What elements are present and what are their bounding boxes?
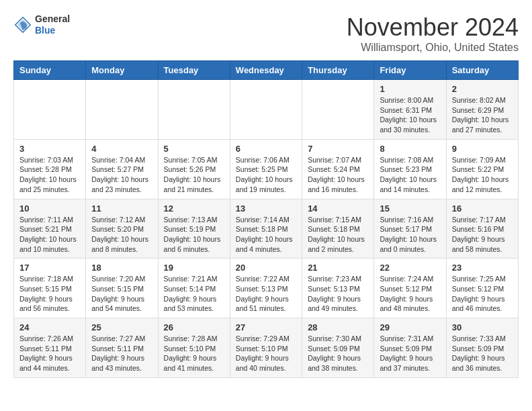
- calendar-cell: 27Sunrise: 7:29 AM Sunset: 5:10 PM Dayli…: [230, 318, 302, 378]
- day-number: 30: [452, 322, 513, 332]
- day-number: 14: [308, 203, 368, 214]
- day-info: Sunrise: 7:26 AM Sunset: 5:11 PM Dayligh…: [19, 334, 80, 373]
- calendar-cell: 18Sunrise: 7:20 AM Sunset: 5:15 PM Dayli…: [86, 259, 158, 318]
- calendar-cell: 26Sunrise: 7:28 AM Sunset: 5:10 PM Dayli…: [158, 318, 230, 378]
- day-info: Sunrise: 7:16 AM Sunset: 5:17 PM Dayligh…: [380, 215, 440, 255]
- calendar-cell: 13Sunrise: 7:14 AM Sunset: 5:18 PM Dayli…: [230, 199, 302, 259]
- calendar-cell: 20Sunrise: 7:22 AM Sunset: 5:13 PM Dayli…: [230, 259, 302, 318]
- day-number: 12: [164, 203, 224, 214]
- weekday-header: Monday: [86, 61, 158, 80]
- calendar-cell: 5Sunrise: 7:05 AM Sunset: 5:26 PM Daylig…: [158, 139, 230, 199]
- day-number: 9: [452, 144, 513, 154]
- day-number: 22: [380, 263, 440, 273]
- day-info: Sunrise: 7:09 AM Sunset: 5:22 PM Dayligh…: [452, 155, 513, 195]
- calendar-cell: 4Sunrise: 7:04 AM Sunset: 5:27 PM Daylig…: [86, 139, 158, 199]
- day-info: Sunrise: 7:11 AM Sunset: 5:21 PM Dayligh…: [19, 215, 80, 255]
- calendar-cell: 9Sunrise: 7:09 AM Sunset: 5:22 PM Daylig…: [446, 139, 518, 199]
- day-info: Sunrise: 7:15 AM Sunset: 5:18 PM Dayligh…: [308, 215, 368, 255]
- calendar-week-row: 10Sunrise: 7:11 AM Sunset: 5:21 PM Dayli…: [14, 199, 519, 259]
- day-info: Sunrise: 7:05 AM Sunset: 5:26 PM Dayligh…: [164, 155, 224, 195]
- day-number: 8: [380, 144, 440, 154]
- calendar-week-row: 24Sunrise: 7:26 AM Sunset: 5:11 PM Dayli…: [14, 318, 519, 378]
- calendar-cell: 17Sunrise: 7:18 AM Sunset: 5:15 PM Dayli…: [14, 259, 86, 318]
- day-info: Sunrise: 7:18 AM Sunset: 5:15 PM Dayligh…: [19, 274, 80, 314]
- day-number: 25: [91, 322, 152, 332]
- day-info: Sunrise: 7:12 AM Sunset: 5:20 PM Dayligh…: [91, 215, 152, 255]
- calendar-cell: 23Sunrise: 7:25 AM Sunset: 5:12 PM Dayli…: [446, 259, 518, 318]
- day-info: Sunrise: 7:22 AM Sunset: 5:13 PM Dayligh…: [236, 274, 296, 314]
- day-info: Sunrise: 7:17 AM Sunset: 5:16 PM Dayligh…: [452, 215, 513, 255]
- calendar-week-row: 1Sunrise: 8:00 AM Sunset: 6:31 PM Daylig…: [14, 80, 519, 140]
- calendar-cell: 30Sunrise: 7:33 AM Sunset: 5:09 PM Dayli…: [446, 318, 518, 378]
- weekday-header: Wednesday: [230, 61, 302, 80]
- calendar-cell: [230, 80, 302, 140]
- weekday-header: Saturday: [446, 61, 518, 80]
- calendar-cell: 19Sunrise: 7:21 AM Sunset: 5:14 PM Dayli…: [158, 259, 230, 318]
- location-title: Williamsport, Ohio, United States: [347, 42, 519, 54]
- calendar-cell: 1Sunrise: 8:00 AM Sunset: 6:31 PM Daylig…: [374, 80, 446, 140]
- day-info: Sunrise: 7:04 AM Sunset: 5:27 PM Dayligh…: [91, 155, 152, 195]
- day-number: 10: [19, 203, 80, 214]
- calendar-cell: 29Sunrise: 7:31 AM Sunset: 5:09 PM Dayli…: [374, 318, 446, 378]
- day-number: 15: [380, 203, 440, 214]
- day-info: Sunrise: 7:14 AM Sunset: 5:18 PM Dayligh…: [236, 215, 296, 255]
- day-number: 29: [380, 322, 440, 332]
- day-info: Sunrise: 7:21 AM Sunset: 5:14 PM Dayligh…: [164, 274, 224, 314]
- day-number: 20: [236, 263, 296, 273]
- weekday-header: Thursday: [302, 61, 374, 80]
- day-number: 7: [308, 144, 368, 154]
- day-number: 4: [91, 144, 152, 154]
- calendar-cell: 16Sunrise: 7:17 AM Sunset: 5:16 PM Dayli…: [446, 199, 518, 259]
- header: General Blue November 2024 Williamsport,…: [13, 13, 519, 54]
- day-number: 1: [380, 84, 440, 94]
- day-number: 28: [308, 322, 368, 332]
- calendar-cell: 15Sunrise: 7:16 AM Sunset: 5:17 PM Dayli…: [374, 199, 446, 259]
- day-number: 11: [91, 203, 152, 214]
- calendar-cell: 14Sunrise: 7:15 AM Sunset: 5:18 PM Dayli…: [302, 199, 374, 259]
- calendar-cell: 11Sunrise: 7:12 AM Sunset: 5:20 PM Dayli…: [86, 199, 158, 259]
- day-info: Sunrise: 7:20 AM Sunset: 5:15 PM Dayligh…: [91, 274, 152, 314]
- calendar-cell: [86, 80, 158, 140]
- day-number: 2: [452, 84, 513, 94]
- calendar-cell: 12Sunrise: 7:13 AM Sunset: 5:19 PM Dayli…: [158, 199, 230, 259]
- day-number: 23: [452, 263, 513, 273]
- day-number: 3: [19, 144, 80, 154]
- logo-text: General Blue: [35, 13, 70, 36]
- day-info: Sunrise: 7:06 AM Sunset: 5:25 PM Dayligh…: [236, 155, 296, 195]
- day-info: Sunrise: 7:33 AM Sunset: 5:09 PM Dayligh…: [452, 334, 513, 373]
- month-title: November 2024: [347, 13, 519, 42]
- day-info: Sunrise: 7:29 AM Sunset: 5:10 PM Dayligh…: [236, 334, 296, 373]
- calendar-cell: 28Sunrise: 7:30 AM Sunset: 5:09 PM Dayli…: [302, 318, 374, 378]
- day-info: Sunrise: 7:24 AM Sunset: 5:12 PM Dayligh…: [380, 274, 440, 314]
- day-info: Sunrise: 7:08 AM Sunset: 5:23 PM Dayligh…: [380, 155, 440, 195]
- calendar-cell: 2Sunrise: 8:02 AM Sunset: 6:29 PM Daylig…: [446, 80, 518, 140]
- calendar-cell: 7Sunrise: 7:07 AM Sunset: 5:24 PM Daylig…: [302, 139, 374, 199]
- weekday-header: Friday: [374, 61, 446, 80]
- day-info: Sunrise: 7:30 AM Sunset: 5:09 PM Dayligh…: [308, 334, 368, 373]
- day-info: Sunrise: 7:03 AM Sunset: 5:28 PM Dayligh…: [19, 155, 80, 195]
- day-number: 17: [19, 263, 80, 273]
- day-info: Sunrise: 7:27 AM Sunset: 5:11 PM Dayligh…: [91, 334, 152, 373]
- day-number: 16: [452, 203, 513, 214]
- day-info: Sunrise: 7:07 AM Sunset: 5:24 PM Dayligh…: [308, 155, 368, 195]
- calendar-cell: 22Sunrise: 7:24 AM Sunset: 5:12 PM Dayli…: [374, 259, 446, 318]
- logo: General Blue: [13, 13, 70, 36]
- logo-general: General: [35, 13, 70, 25]
- calendar-cell: 21Sunrise: 7:23 AM Sunset: 5:13 PM Dayli…: [302, 259, 374, 318]
- calendar-cell: [302, 80, 374, 140]
- title-section: November 2024 Williamsport, Ohio, United…: [347, 13, 519, 54]
- day-number: 19: [164, 263, 224, 273]
- logo-blue: Blue: [35, 25, 70, 36]
- weekday-header: Tuesday: [158, 61, 230, 80]
- calendar-cell: 25Sunrise: 7:27 AM Sunset: 5:11 PM Dayli…: [86, 318, 158, 378]
- day-number: 27: [236, 322, 296, 332]
- calendar-cell: 8Sunrise: 7:08 AM Sunset: 5:23 PM Daylig…: [374, 139, 446, 199]
- calendar-cell: 10Sunrise: 7:11 AM Sunset: 5:21 PM Dayli…: [14, 199, 86, 259]
- calendar-cell: [14, 80, 86, 140]
- day-info: Sunrise: 7:23 AM Sunset: 5:13 PM Dayligh…: [308, 274, 368, 314]
- day-number: 26: [164, 322, 224, 332]
- day-number: 24: [19, 322, 80, 332]
- day-number: 21: [308, 263, 368, 273]
- day-info: Sunrise: 7:25 AM Sunset: 5:12 PM Dayligh…: [452, 274, 513, 314]
- calendar-cell: 3Sunrise: 7:03 AM Sunset: 5:28 PM Daylig…: [14, 139, 86, 199]
